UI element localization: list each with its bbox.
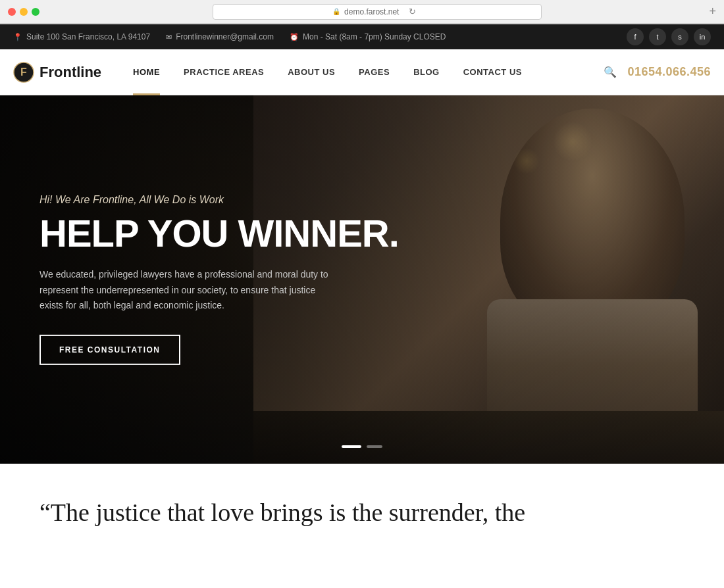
navbar: F Frontline HOME PRACTICE AREAS ABOUT US… — [0, 49, 724, 95]
lock-icon: 🔒 — [332, 8, 340, 15]
hours-text: Mon - Sat (8am - 7pm) Sunday CLOSED — [303, 32, 446, 41]
hero-content: Hi! We Are Frontline, All We Do is Work … — [39, 194, 399, 365]
consultation-button[interactable]: FREE CONSULTATION — [39, 335, 180, 365]
hero-title: HELP YOU WINNER. — [39, 214, 399, 254]
quote-section: “The justice that love brings is the sur… — [0, 464, 724, 549]
browser-chrome: 🔒 demo.farost.net ↻ + — [0, 0, 724, 24]
email-icon: ✉ — [166, 33, 172, 41]
topbar: 📍 Suite 100 San Francisco, LA 94107 ✉ Fr… — [0, 24, 724, 49]
logo[interactable]: F Frontline — [13, 62, 101, 83]
browser-dots — [8, 8, 39, 16]
nav-home[interactable]: HOME — [121, 49, 172, 95]
instagram-button[interactable]: in — [694, 28, 711, 45]
topbar-address: 📍 Suite 100 San Francisco, LA 94107 — [13, 32, 150, 41]
slider-dot-1[interactable] — [342, 445, 361, 448]
new-tab-button[interactable]: + — [709, 5, 716, 18]
logo-text: Frontline — [39, 64, 101, 81]
website: 📍 Suite 100 San Francisco, LA 94107 ✉ Fr… — [0, 24, 724, 549]
minimize-button[interactable] — [20, 8, 28, 16]
twitter-button[interactable]: t — [649, 28, 666, 45]
svg-text:F: F — [20, 66, 27, 78]
browser-titlebar: 🔒 demo.farost.net ↻ + — [0, 0, 724, 24]
hero-subtitle: Hi! We Are Frontline, All We Do is Work — [39, 194, 399, 206]
nav-pages[interactable]: PAGES — [347, 49, 401, 95]
address-bar[interactable]: 🔒 demo.farost.net ↻ — [213, 4, 542, 20]
nav-links: HOME PRACTICE AREAS ABOUT US PAGES BLOG … — [121, 49, 604, 95]
nav-right: 🔍 01654.066.456 — [604, 65, 711, 79]
search-icon[interactable]: 🔍 — [604, 66, 617, 78]
nav-about-us[interactable]: ABOUT US — [276, 49, 347, 95]
url-text: demo.farost.net — [344, 7, 399, 16]
quote-text: “The justice that love brings is the sur… — [39, 497, 685, 529]
phone-number: 01654.066.456 — [627, 65, 711, 79]
addressbar-wrapper: 🔒 demo.farost.net ↻ — [50, 4, 704, 20]
skype-button[interactable]: s — [671, 28, 688, 45]
topbar-left: 📍 Suite 100 San Francisco, LA 94107 ✉ Fr… — [13, 32, 446, 41]
maximize-button[interactable] — [32, 8, 39, 16]
nav-blog[interactable]: BLOG — [401, 49, 452, 95]
topbar-email: ✉ Frontlinewinner@gmail.com — [166, 32, 274, 41]
nav-practice-areas[interactable]: PRACTICE AREAS — [172, 49, 276, 95]
address-text: Suite 100 San Francisco, LA 94107 — [26, 32, 150, 41]
logo-icon: F — [13, 62, 34, 83]
close-button[interactable] — [8, 8, 16, 16]
slider-dot-2[interactable] — [367, 445, 382, 448]
nav-contact-us[interactable]: CONTACT US — [452, 49, 534, 95]
topbar-social: f t s in — [627, 28, 711, 45]
slider-dots — [342, 445, 382, 448]
hero-description: We educated, privileged lawyers have a p… — [39, 267, 336, 314]
clock-icon: ⏰ — [290, 33, 299, 41]
facebook-button[interactable]: f — [627, 28, 644, 45]
topbar-hours: ⏰ Mon - Sat (8am - 7pm) Sunday CLOSED — [290, 32, 446, 41]
hero-section: Hi! We Are Frontline, All We Do is Work … — [0, 95, 724, 464]
email-text: Frontlinewinner@gmail.com — [176, 32, 274, 41]
reload-icon[interactable]: ↻ — [403, 3, 421, 21]
location-icon: 📍 — [13, 33, 22, 41]
